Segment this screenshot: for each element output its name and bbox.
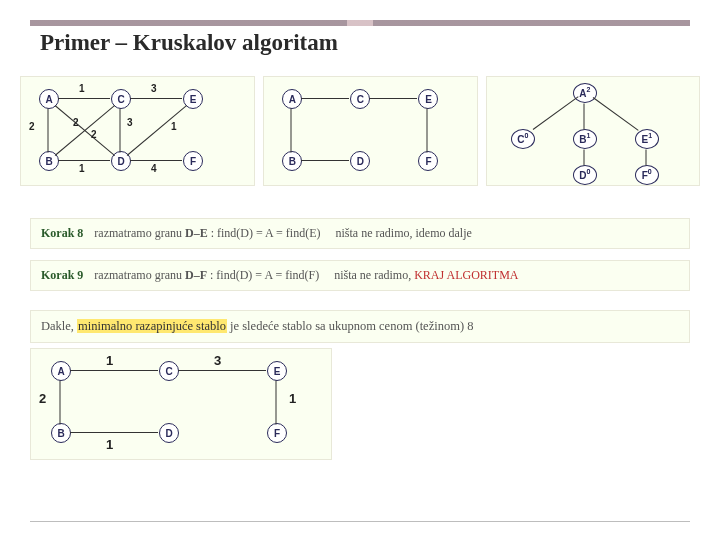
weight: 2 <box>29 121 35 132</box>
edge <box>178 370 266 371</box>
weight: 4 <box>151 163 157 174</box>
graph-final-mst: A B C D E F 1 3 2 1 1 <box>30 348 332 460</box>
weight: 3 <box>151 83 157 94</box>
node-B: B <box>282 151 302 171</box>
node-B: B <box>51 423 71 443</box>
node-F: F <box>418 151 438 171</box>
weight: 3 <box>127 117 133 128</box>
edge <box>48 109 49 153</box>
edge <box>58 160 110 161</box>
graph-mst: A B C D E F <box>263 76 477 186</box>
node-A: A <box>282 89 302 109</box>
edge <box>130 160 182 161</box>
node-B: B1 <box>573 129 597 149</box>
edge <box>60 381 61 425</box>
node-C: C <box>159 361 179 381</box>
node-C: C0 <box>511 129 535 149</box>
node-E: E1 <box>635 129 659 149</box>
node-F: F <box>183 151 203 171</box>
node-A: A <box>51 361 71 381</box>
edge <box>301 160 349 161</box>
graph-unionfind: A2 C0 B1 E1 D0 F0 <box>486 76 700 186</box>
result-box: Dakle, minimalno razapinjuće stablo je s… <box>30 310 690 343</box>
edge <box>583 150 584 166</box>
edge <box>127 105 187 156</box>
header-rule <box>30 20 690 26</box>
edge <box>276 381 277 425</box>
edge <box>592 97 638 131</box>
node-F: F <box>267 423 287 443</box>
weight: 1 <box>79 163 85 174</box>
edge <box>301 98 349 99</box>
weight: 2 <box>91 129 97 140</box>
footer-rule <box>30 521 690 522</box>
edge <box>120 109 121 153</box>
weight: 1 <box>79 83 85 94</box>
node-C: C <box>350 89 370 109</box>
edge <box>532 96 578 130</box>
edge <box>369 98 417 99</box>
edge <box>583 104 584 130</box>
node-D: D <box>350 151 370 171</box>
node-E: E <box>418 89 438 109</box>
highlight: minimalno razapinjuće stablo <box>77 319 227 333</box>
weight: 3 <box>214 353 221 368</box>
weight: 1 <box>289 391 296 406</box>
edge <box>58 98 110 99</box>
node-D: D <box>159 423 179 443</box>
step-9: Korak 9 razmatramo granu D–F : find(D) =… <box>30 260 690 291</box>
edge <box>130 98 182 99</box>
graph-row: A B C D E F 1 2 2 2 1 3 3 1 4 A B C D E … <box>20 76 700 186</box>
edge <box>427 109 428 153</box>
weight: 2 <box>73 117 79 128</box>
node-F: F0 <box>635 165 659 185</box>
edge <box>645 150 646 166</box>
weight: 2 <box>39 391 46 406</box>
step-label: Korak 9 <box>41 268 83 282</box>
step-8: Korak 8 razmatramo granu D–E : find(D) =… <box>30 218 690 249</box>
step-label: Korak 8 <box>41 226 83 240</box>
weight: 1 <box>106 353 113 368</box>
node-A: A2 <box>573 83 597 103</box>
weight: 1 <box>171 121 177 132</box>
node-D: D0 <box>573 165 597 185</box>
weight: 1 <box>106 437 113 452</box>
node-E: E <box>267 361 287 381</box>
edge <box>291 109 292 153</box>
page-title: Primer – Kruskalov algoritam <box>40 30 338 56</box>
end-label: KRAJ ALGORITMA <box>414 268 518 282</box>
edge <box>70 370 158 371</box>
graph-input: A B C D E F 1 2 2 2 1 3 3 1 4 <box>20 76 255 186</box>
edge <box>70 432 158 433</box>
